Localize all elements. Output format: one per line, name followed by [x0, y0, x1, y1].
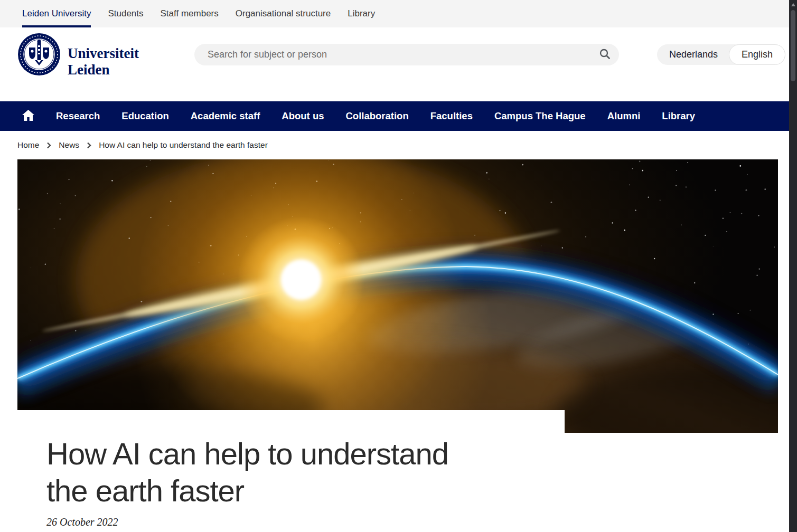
scroll-up-arrow-icon[interactable] — [791, 3, 795, 6]
nav-item-collaboration[interactable]: Collaboration — [346, 110, 409, 122]
chevron-right-icon — [46, 142, 51, 149]
search-input[interactable] — [208, 49, 599, 60]
nav-item-education[interactable]: Education — [121, 110, 168, 122]
utility-nav: Leiden University Students Staff members… — [0, 0, 789, 27]
site-header: Universiteit Leiden Nederlands English — [0, 27, 789, 101]
breadcrumb-current-page: How AI can help to understand the earth … — [99, 140, 268, 150]
nav-item-about-us[interactable]: About us — [282, 110, 324, 122]
utility-tab-leiden-university[interactable]: Leiden University — [22, 0, 91, 27]
chevron-right-icon — [87, 142, 91, 149]
breadcrumb: Home News How AI can help to understand … — [0, 131, 789, 159]
nav-item-academic-staff[interactable]: Academic staff — [191, 110, 260, 122]
search-bar — [194, 44, 619, 65]
nav-item-faculties[interactable]: Faculties — [430, 110, 473, 122]
university-wordmark: Universiteit Leiden — [68, 45, 139, 78]
search-button[interactable] — [599, 48, 611, 61]
utility-tab-organisational-structure[interactable]: Organisational structure — [236, 0, 331, 27]
language-switch: Nederlands English — [657, 44, 785, 65]
search-icon — [599, 48, 611, 61]
breadcrumb-news[interactable]: News — [59, 140, 79, 150]
scrollbar-thumb[interactable] — [791, 10, 795, 81]
university-seal-icon — [17, 33, 61, 78]
utility-tab-library[interactable]: Library — [348, 0, 375, 27]
nav-item-alumni[interactable]: Alumni — [607, 110, 641, 122]
vertical-scrollbar[interactable] — [789, 0, 797, 532]
breadcrumb-home[interactable]: Home — [17, 140, 39, 150]
utility-tab-students[interactable]: Students — [108, 0, 143, 27]
nav-item-campus-the-hague[interactable]: Campus The Hague — [494, 110, 586, 122]
university-logo[interactable]: Universiteit Leiden — [17, 33, 139, 78]
page-title: How AI can help to understand the earth … — [46, 435, 789, 509]
language-option-english[interactable]: English — [729, 44, 785, 65]
article-header: How AI can help to understand the earth … — [0, 433, 789, 528]
main-nav: Research Education Academic staff About … — [0, 101, 789, 131]
page: Leiden University Students Staff members… — [0, 0, 789, 532]
language-option-nederlands[interactable]: Nederlands — [669, 49, 718, 60]
nav-item-library[interactable]: Library — [662, 110, 695, 122]
article-date: 26 October 2022 — [46, 516, 789, 528]
home-icon — [22, 110, 34, 123]
hero-image — [17, 159, 778, 433]
hero-notch — [17, 410, 565, 433]
nav-item-research[interactable]: Research — [56, 110, 100, 122]
utility-tab-staff-members[interactable]: Staff members — [161, 0, 219, 27]
nav-home-button[interactable] — [22, 110, 34, 123]
